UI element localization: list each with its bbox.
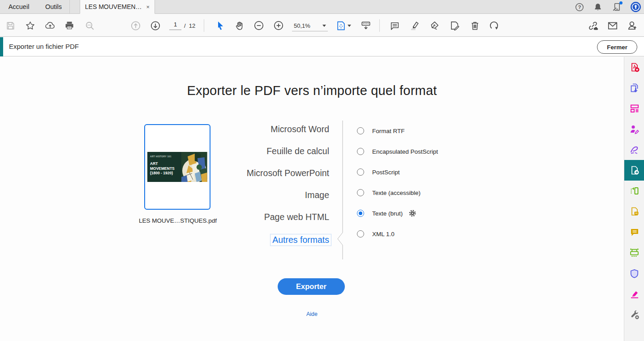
format-divider	[337, 121, 344, 259]
toolbar-divider	[204, 19, 204, 32]
option-xml[interactable]: XML 1.0	[357, 228, 438, 240]
banner-kicker: ART HISTORY 101	[150, 155, 179, 158]
subformat-options: Format RTF Encapsulated PostScript PostS…	[357, 125, 438, 248]
hand-tool-icon[interactable]	[234, 20, 245, 31]
notification-dot	[619, 1, 623, 4]
comment-icon[interactable]	[624, 222, 644, 242]
help-icon[interactable]: ?	[575, 2, 584, 12]
svg-text:?: ?	[578, 4, 581, 10]
format-item-image[interactable]: Image	[197, 190, 329, 200]
tools-sidebar	[624, 57, 644, 341]
banner-title: ART MOVEMENTS	[150, 161, 175, 171]
tab-home[interactable]: Accueil	[0, 0, 38, 13]
zoom-level-dropdown[interactable]: 50,1%	[292, 20, 328, 31]
tab-bar: Accueil Outils LES MOUVEMEN… × ?	[0, 0, 644, 14]
rotate-icon[interactable]	[488, 20, 500, 31]
option-texte-brut-selected[interactable]: Texte (brut)	[357, 207, 438, 220]
share-cloud-icon[interactable]	[44, 20, 56, 31]
previous-page-icon[interactable]	[130, 20, 142, 31]
create-pdf-icon[interactable]	[624, 57, 644, 78]
banner-years: (1800 - 1920)	[150, 171, 173, 175]
tab-document-label: LES MOUVEMEN…	[85, 3, 142, 10]
option-postscript[interactable]: PostScript	[357, 166, 438, 178]
chevron-down-icon	[322, 25, 326, 27]
save-icon[interactable]	[4, 20, 16, 31]
select-cursor-icon[interactable]	[214, 20, 226, 31]
notifications-bell-icon[interactable]	[593, 2, 603, 12]
toolbar-divider	[379, 19, 380, 32]
help-link[interactable]: Aide	[0, 311, 624, 317]
print-icon[interactable]	[64, 20, 75, 31]
delete-trash-icon[interactable]	[469, 20, 481, 31]
export-panel-body: Exporter le PDF vers n’importe quel form…	[0, 57, 624, 341]
search-zoom-icon[interactable]	[84, 20, 95, 31]
radio-icon[interactable]	[357, 230, 364, 237]
export-pdf-icon[interactable]	[624, 160, 644, 181]
format-item-other-selected[interactable]: Autres formats	[197, 234, 329, 244]
radio-icon[interactable]	[357, 148, 364, 155]
radio-icon[interactable]	[357, 189, 364, 196]
hide-toolbar-icon[interactable]	[360, 20, 372, 31]
export-panel-header: Exporter un fichier PDF Fermer	[0, 37, 644, 56]
highlight-icon[interactable]	[409, 20, 421, 31]
zoom-out-icon[interactable]	[253, 20, 265, 31]
option-eps[interactable]: Encapsulated PostScript	[357, 145, 438, 158]
link-share-icon[interactable]	[587, 20, 599, 31]
send-for-comments-icon[interactable]	[624, 201, 644, 222]
mobile-sign-icon[interactable]	[611, 2, 622, 12]
fit-page-icon[interactable]	[335, 20, 347, 31]
request-signatures-icon[interactable]	[624, 139, 644, 160]
edit-page-icon[interactable]	[449, 20, 460, 31]
comment-icon[interactable]	[389, 20, 400, 31]
next-page-icon[interactable]	[150, 20, 161, 31]
export-panel-title: Exporter un fichier PDF	[9, 43, 79, 50]
zoom-level-value: 50,1%	[294, 22, 310, 29]
upgrade-icon[interactable]	[630, 1, 641, 13]
fermer-button[interactable]: Fermer	[597, 40, 637, 54]
page-title: Exporter le PDF vers n’importe quel form…	[0, 83, 624, 98]
option-format-rtf[interactable]: Format RTF	[357, 125, 438, 137]
export-button[interactable]: Exporter	[278, 278, 345, 295]
organize-pages-icon[interactable]	[624, 181, 644, 201]
page-number-input[interactable]: 1	[169, 21, 181, 30]
fill-and-sign-icon[interactable]	[624, 119, 644, 139]
scan-ocr-icon[interactable]	[624, 242, 644, 263]
option-texte-accessible[interactable]: Texte (accessible)	[357, 186, 438, 199]
add-person-icon[interactable]	[627, 20, 638, 31]
tab-tools[interactable]: Outils	[38, 0, 70, 13]
email-icon[interactable]	[607, 20, 618, 31]
combine-files-icon[interactable]	[624, 78, 644, 98]
star-icon[interactable]	[24, 20, 36, 31]
zoom-in-icon[interactable]	[273, 20, 284, 31]
radio-selected-icon[interactable]	[357, 210, 364, 217]
protect-icon[interactable]	[624, 263, 644, 284]
fill-sign-pen-icon[interactable]	[429, 20, 440, 31]
toolbar: 1 / 12 50,1%	[0, 14, 644, 37]
format-item-powerpoint[interactable]: Microsoft PowerPoint	[197, 168, 329, 178]
format-list: Microsoft Word Feuille de calcul Microso…	[197, 124, 329, 256]
more-tools-icon[interactable]	[624, 304, 644, 325]
edit-pdf-icon[interactable]	[624, 98, 644, 119]
format-item-word[interactable]: Microsoft Word	[197, 124, 329, 134]
format-item-spreadsheet[interactable]: Feuille de calcul	[197, 146, 329, 156]
radio-icon[interactable]	[357, 127, 364, 134]
redact-icon[interactable]	[624, 284, 644, 304]
page-count: / 12	[184, 22, 195, 29]
radio-icon[interactable]	[357, 168, 364, 176]
close-tab-icon[interactable]: ×	[146, 4, 150, 10]
acrobat-window: Accueil Outils LES MOUVEMEN… × ?	[0, 0, 644, 341]
fit-page-chevron-icon[interactable]	[348, 25, 351, 27]
settings-gear-icon[interactable]	[408, 209, 416, 217]
tab-document[interactable]: LES MOUVEMEN… ×	[80, 0, 155, 14]
format-item-html[interactable]: Page web HTML	[197, 212, 329, 222]
